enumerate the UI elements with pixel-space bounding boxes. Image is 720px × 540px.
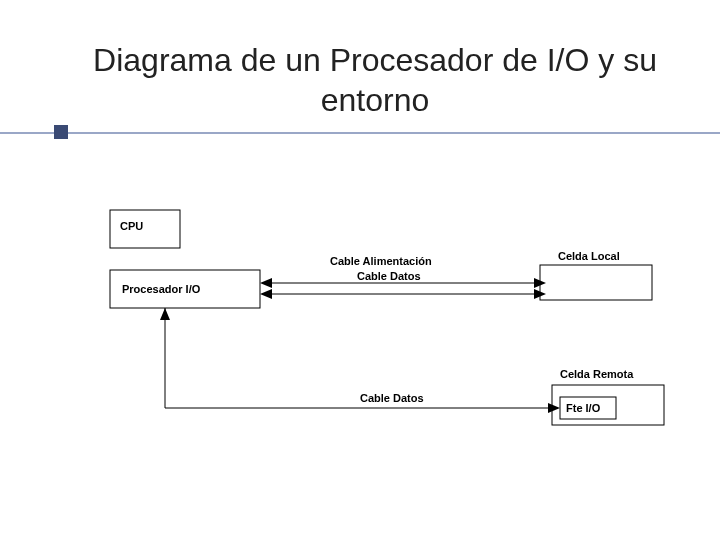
svg-marker-13 bbox=[160, 308, 170, 320]
title-underline bbox=[0, 132, 720, 134]
slide-title: Diagrama de un Procesador de I/O y su en… bbox=[70, 40, 680, 120]
svg-marker-7 bbox=[260, 278, 272, 288]
svg-marker-8 bbox=[260, 289, 272, 299]
io-processor-diagram: CPU Procesador I/O Celda Local Celda Rem… bbox=[60, 150, 670, 470]
cpu-box-label: CPU bbox=[120, 220, 143, 232]
fte-io-label: Fte I/O bbox=[566, 402, 601, 414]
svg-marker-14 bbox=[548, 403, 560, 413]
svg-rect-2 bbox=[540, 265, 652, 300]
accent-square-icon bbox=[54, 125, 68, 139]
processor-box-label: Procesador I/O bbox=[122, 283, 201, 295]
data-cable-top-label: Cable Datos bbox=[357, 270, 421, 282]
local-cell-label: Celda Local bbox=[558, 250, 620, 262]
power-cable-label: Cable Alimentación bbox=[330, 255, 432, 267]
remote-cell-label: Celda Remota bbox=[560, 368, 634, 380]
data-cable-bottom-label: Cable Datos bbox=[360, 392, 424, 404]
